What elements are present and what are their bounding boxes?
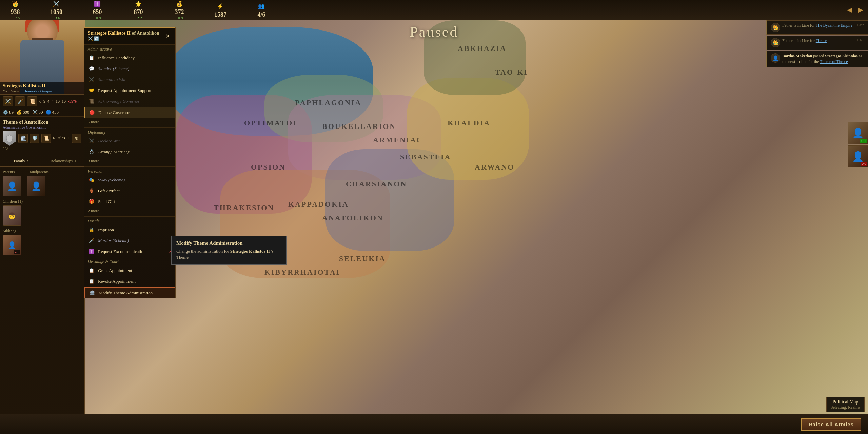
action-btn-3[interactable]: 📜	[27, 96, 37, 106]
domain-value: 4/6	[257, 11, 265, 18]
menu-item-slander[interactable]: 💬 Slander (Scheme)	[84, 63, 175, 74]
request-icon: 🤝	[88, 87, 95, 94]
children-label: Children (1)	[3, 199, 81, 204]
map-mode-button[interactable]: Political Map Selecting: Realms	[826, 397, 865, 412]
grandparent-portrait[interactable]: 👤	[27, 176, 45, 196]
menu-more-diplomacy[interactable]: 3 more...	[84, 157, 175, 166]
stat-stewardship: 4	[47, 99, 50, 104]
map-mode-label: Political Map	[831, 399, 860, 405]
gold-resource: 💰 372 +0.9	[167, 0, 191, 21]
character-realm: Your Vassal • Honorable Grasper	[3, 89, 82, 93]
section-header-vassalage: Vassalage & Court	[84, 257, 175, 265]
vassal-text: Your Vassal	[3, 89, 20, 93]
grandparents-portraits: 👤	[27, 176, 49, 196]
stat-values: 6 9 4 4 10 10 -39%	[39, 99, 77, 104]
menu-item-excommunication[interactable]: ✝️ Request Excommunication ✕	[84, 246, 175, 257]
menu-item-send-gift[interactable]: 🎁 Send Gift	[84, 196, 175, 207]
parents-column: Parents 👤	[3, 170, 21, 196]
sibling-badge: -45	[14, 250, 20, 254]
menu-item-arrange-marriage[interactable]: 💍 Arrange Marriage	[84, 146, 175, 157]
piety-resource: ✝️ 650 +0.9	[85, 0, 109, 21]
menu-item-modify-theme[interactable]: 🏛️ Modify Theme Administration	[84, 287, 175, 298]
declare-war-icon: ⚔️	[88, 137, 95, 145]
divider	[159, 3, 159, 17]
theme-icon-btn-3[interactable]: 📜	[41, 134, 51, 143]
char-res-val-4: 450	[52, 110, 59, 115]
char-res-icon-4: 🔵	[46, 110, 51, 115]
menu-item-grant-appointment[interactable]: 📋 Grant Appointment	[84, 265, 175, 276]
menu-item-sway[interactable]: 🎭 Sway (Scheme)	[84, 175, 175, 185]
levies-icon: ⚡	[216, 2, 225, 11]
divider	[77, 3, 77, 17]
notif-link-3[interactable]: Theme of Thrace	[820, 59, 848, 64]
stat-martial: 9	[43, 99, 45, 104]
char-res-icon-1: ⚙️	[3, 110, 8, 115]
plus-sign: +	[67, 136, 70, 141]
right-portrait-1[interactable]: 👤 +31	[848, 122, 868, 144]
char-res-icon-3: ⚔️	[32, 110, 38, 115]
menu-item-influence-candidacy[interactable]: 📋 Influence Candidacy	[84, 53, 175, 63]
menu-item-murder[interactable]: 🗡️ Murder (Scheme)	[84, 235, 175, 246]
tooltip-char-name: Strategos Kallistos II	[230, 249, 270, 254]
menu-item-revoke-appointment[interactable]: 📋 Revoke Appointment	[84, 276, 175, 287]
marriage-icon: 💍	[88, 148, 95, 156]
notif-link-1[interactable]: The Byzantine Empire	[816, 23, 853, 28]
action-btn-2[interactable]: 🗡️	[15, 96, 25, 106]
menu-close-button[interactable]: ✕	[163, 32, 172, 40]
parent-portrait[interactable]: 👤	[3, 176, 21, 196]
siblings-row: Siblings 👤 -45	[3, 229, 81, 255]
notification-2[interactable]: 👑 Father is in Line for Thrace 1 Jan	[766, 36, 868, 50]
tab-family[interactable]: Family 3	[0, 157, 42, 166]
prev-arrow[interactable]: ◀	[846, 6, 854, 14]
prestige-icon: 👑	[11, 0, 20, 8]
parents-label: Parents	[3, 170, 21, 175]
character-trait[interactable]: Honorable Grasper	[24, 89, 52, 93]
bottom-right-panel: Political Map Selecting: Realms	[826, 397, 865, 414]
gold-icon: 💰	[175, 0, 184, 8]
notif-link-2[interactable]: Thrace	[816, 38, 827, 43]
theme-icon-btn[interactable]: 🏛️	[18, 134, 28, 143]
stat-neg: -39%	[68, 99, 77, 104]
renown-icon: 🌟	[134, 0, 143, 8]
notif-icon-1: 👑	[771, 23, 780, 32]
stat-prowess: 10	[62, 99, 66, 104]
divider	[118, 3, 118, 17]
children-row: Children (1) 👦	[3, 199, 81, 226]
notif-icon-3: 👤	[771, 53, 780, 63]
notification-3[interactable]: 👤 Bardas Makedon passed Strategos Sisinn…	[766, 51, 868, 67]
theme-icon-btn-2[interactable]: 🛡️	[30, 134, 39, 143]
influence-label: Influence Candidacy	[98, 55, 172, 61]
tab-relationships-count: 0	[74, 159, 76, 163]
child-portrait[interactable]: 👦	[3, 205, 21, 226]
raise-all-armies-button[interactable]: Raise All Armies	[801, 418, 861, 431]
menu-item-request-appt[interactable]: 🤝 Request Appointment Support	[84, 85, 175, 96]
theme-gov-type[interactable]: Administrative Governorship	[3, 125, 81, 129]
menu-item-gift-artifact[interactable]: 🏺 Gift Artifact	[84, 185, 175, 196]
parents-portraits: 👤	[3, 176, 21, 196]
divider	[36, 3, 36, 17]
add-title-btn[interactable]: ⊕	[72, 134, 81, 143]
notif-date-1: 1 Jan	[856, 23, 864, 27]
char-resource-3: ⚔️ 50	[32, 110, 43, 115]
tab-relationships[interactable]: Relationships 0	[42, 157, 84, 166]
piety-delta: +0.9	[94, 16, 101, 21]
menu-header: Strategos Kallistos II of Anatolikon ⚔️ …	[84, 28, 175, 44]
menu-more-personal[interactable]: 2 more...	[84, 207, 175, 216]
excommunication-icon: ✝️	[88, 248, 95, 255]
grant-appt-icon: 📋	[88, 267, 95, 274]
next-arrow[interactable]: ▶	[856, 6, 865, 14]
menu-item-imprison[interactable]: 🔒 Imprison	[84, 224, 175, 235]
section-header-diplomacy: Diplomacy	[84, 127, 175, 136]
action-btn-1[interactable]: ⚔️	[3, 96, 13, 106]
menu-item-depose[interactable]: 🔴 Depose Governor	[84, 107, 175, 118]
top-nav-buttons: ◀ ▶	[846, 6, 865, 14]
menu-more-admin[interactable]: 5 more...	[84, 118, 175, 127]
tooltip-box: Modify Theme Administration Change the a…	[171, 236, 287, 265]
stat-intrigue: 4	[52, 99, 54, 104]
notification-1[interactable]: 👑 Father is in Line for The Byzantine Em…	[766, 20, 868, 35]
sibling-portrait[interactable]: 👤 -45	[3, 235, 21, 255]
menu-item-acknowledge: 📜 Acknowledge Governor	[84, 96, 175, 107]
char-resource-4: 🔵 450	[46, 110, 59, 115]
martial-icon: ⚔️	[52, 0, 61, 8]
right-portrait-2[interactable]: 👤 -45	[848, 145, 868, 167]
